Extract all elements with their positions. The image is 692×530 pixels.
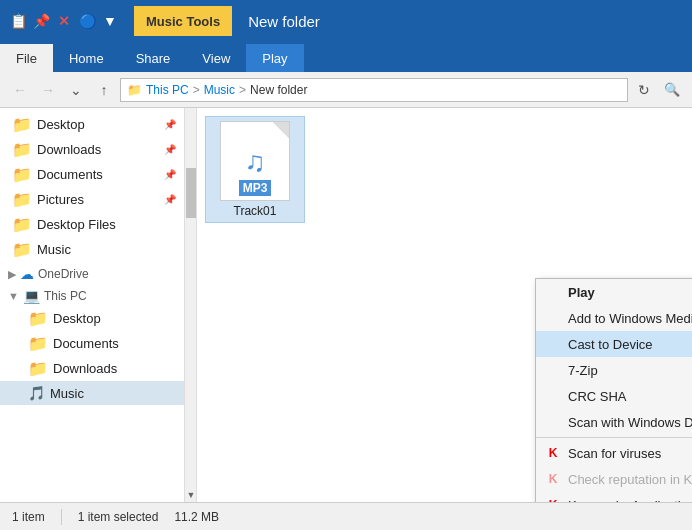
refresh-button[interactable]: ↻ (632, 78, 656, 102)
sidebar-item-pc-music[interactable]: 🎵 Music (0, 381, 184, 405)
ribbon-tab-music-tools[interactable]: Music Tools (134, 6, 232, 36)
menu-tabs: File Home Share View Play (0, 42, 692, 72)
onedrive-icon: ☁ (20, 266, 34, 282)
expand-icon: ▶ (8, 268, 16, 281)
sidebar: 📁 Desktop 📌 📁 Downloads 📌 📁 Documents 📌 … (0, 108, 185, 502)
sidebar-scrollbar[interactable]: ▼ (185, 108, 197, 502)
status-bar: 1 item 1 item selected 11.2 MB (0, 502, 692, 530)
music-note-icon: ♫ (245, 146, 266, 178)
cm-7zip[interactable]: 7-Zip ► (536, 357, 692, 383)
folder-icon: 📁 (12, 140, 32, 159)
folder-icon: 📁 (28, 309, 48, 328)
tab-share[interactable]: Share (120, 44, 187, 72)
tb-icon-4: 🔵 (77, 11, 97, 31)
section-this-pc[interactable]: ▼ 💻 This PC (0, 284, 184, 306)
forward-button[interactable]: → (36, 78, 60, 102)
tb-icon-5: ▼ (100, 11, 120, 31)
expand-icon-pc: ▼ (8, 290, 19, 302)
sidebar-item-downloads[interactable]: 📁 Downloads 📌 (0, 137, 184, 162)
cm-crc-sha[interactable]: CRC SHA ► (536, 383, 692, 409)
section-onedrive[interactable]: ▶ ☁ OneDrive (0, 262, 184, 284)
kaspersky-icon-3: K (544, 498, 562, 502)
up-button[interactable]: ↑ (92, 78, 116, 102)
tab-file[interactable]: File (0, 44, 53, 72)
sidebar-item-documents[interactable]: 📁 Documents 📌 (0, 162, 184, 187)
sidebar-item-desktop-files[interactable]: 📁 Desktop Files (0, 212, 184, 237)
folder-icon: 📁 (12, 115, 32, 134)
pin-icon: 📌 (164, 169, 176, 180)
file-icon-container[interactable]: ♫ MP3 Track01 (205, 116, 305, 223)
window-title: New folder (248, 13, 320, 30)
tab-play[interactable]: Play (246, 44, 303, 72)
search-button[interactable]: 🔍 (660, 78, 684, 102)
tab-view[interactable]: View (186, 44, 246, 72)
folder-icon: 📁 (28, 334, 48, 353)
back-button[interactable]: ← (8, 78, 32, 102)
file-area[interactable]: ♫ MP3 Track01 Play Add to Windows Media … (197, 108, 692, 502)
cm-add-to-wmp[interactable]: Add to Windows Media Player list (536, 305, 692, 331)
breadcrumb[interactable]: 📁 This PC > Music > New folder (120, 78, 628, 102)
file-item-track01[interactable]: ♫ MP3 Track01 (205, 116, 305, 223)
status-selected: 1 item selected (78, 510, 159, 524)
pin-icon: 📌 (164, 119, 176, 130)
sidebar-item-pc-documents[interactable]: 📁 Documents (0, 331, 184, 356)
status-divider (61, 509, 62, 525)
sidebar-item-music-quick[interactable]: 📁 Music (0, 237, 184, 262)
pin-icon: 📌 (164, 194, 176, 205)
cm-kaspersky-advisor[interactable]: K Kaspersky Application Advisor (536, 492, 692, 502)
tb-icon-1: 📋 (8, 11, 28, 31)
kaspersky-icon-2: K (544, 472, 562, 486)
address-bar: ← → ⌄ ↑ 📁 This PC > Music > New folder ↻… (0, 72, 692, 108)
pc-icon: 💻 (23, 288, 40, 304)
sidebar-item-pc-desktop[interactable]: 📁 Desktop (0, 306, 184, 331)
folder-icon-breadcrumb: 📁 (127, 83, 142, 97)
tb-icon-close[interactable]: ✕ (54, 11, 74, 31)
pin-icon: 📌 (164, 144, 176, 155)
folder-icon: 📁 (12, 190, 32, 209)
sidebar-item-desktop[interactable]: 📁 Desktop 📌 (0, 112, 184, 137)
context-menu: Play Add to Windows Media Player list Ca… (535, 278, 692, 502)
mp3-icon: ♫ MP3 (220, 121, 290, 201)
status-size: 11.2 MB (174, 510, 219, 524)
title-bar: 📋 📌 ✕ 🔵 ▼ Music Tools New folder (0, 0, 692, 42)
cm-scan-defender[interactable]: Scan with Windows Defender... (536, 409, 692, 435)
sidebar-item-pc-downloads[interactable]: 📁 Downloads (0, 356, 184, 381)
tab-home[interactable]: Home (53, 44, 120, 72)
tb-icon-2: 📌 (31, 11, 51, 31)
cm-kaspersky-reputation[interactable]: K Check reputation in KSN (536, 466, 692, 492)
file-name: Track01 (234, 204, 277, 218)
cm-sep-1 (536, 437, 692, 438)
cm-play[interactable]: Play (536, 279, 692, 305)
folder-icon: 📁 (12, 165, 32, 184)
dropdown-button[interactable]: ⌄ (64, 78, 88, 102)
cm-cast-to-device[interactable]: Cast to Device ► (536, 331, 692, 357)
status-count: 1 item (12, 510, 45, 524)
main-area: 📁 Desktop 📌 📁 Downloads 📌 📁 Documents 📌 … (0, 108, 692, 502)
scroll-down-arrow[interactable]: ▼ (185, 488, 197, 502)
sidebar-item-pictures[interactable]: 📁 Pictures 📌 (0, 187, 184, 212)
kaspersky-icon: K (544, 446, 562, 460)
cm-kaspersky-scan[interactable]: K Scan for viruses (536, 440, 692, 466)
titlebar-icons: 📋 📌 ✕ 🔵 ▼ (8, 11, 120, 31)
music-folder-icon: 🎵 (28, 385, 45, 401)
scrollbar-thumb[interactable] (186, 168, 196, 218)
folder-icon: 📁 (28, 359, 48, 378)
folder-icon: 📁 (12, 240, 32, 259)
folder-icon: 📁 (12, 215, 32, 234)
